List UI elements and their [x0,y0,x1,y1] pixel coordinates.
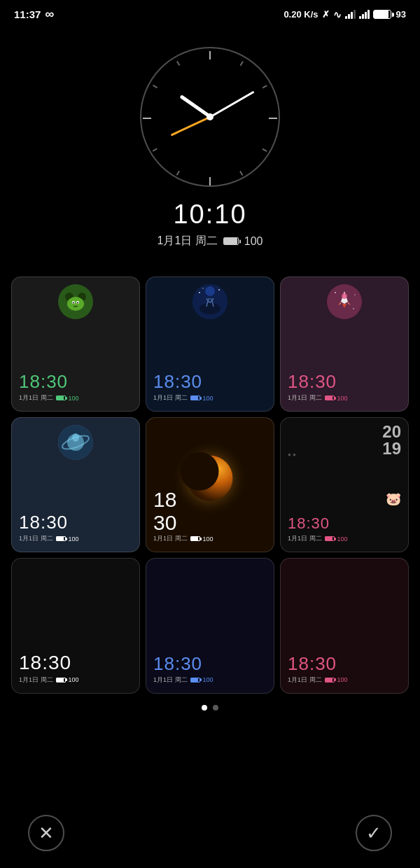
watch-face-card-1[interactable]: 18:30 1月1日 周二 100 [11,276,140,412]
card-7-battery-icon [56,678,66,682]
card-4-battery-icon [56,536,66,541]
watch-face-card-3[interactable]: 18:30 1月1日 周二 100 [280,276,409,412]
card-1-info: 1月1日 周二 100 [19,393,132,402]
clock-section: 10:10 1月1日 周二 100 [0,26,420,262]
page-dot-1[interactable] [202,705,207,710]
card-6-battery-icon [325,536,335,541]
card-8-info: 1月1日 周二 100 [153,676,267,685]
svg-point-18 [353,308,354,309]
ice-diamond-icon [58,425,93,460]
card-1-time: 18:30 [19,372,132,391]
watch-grid: 18:30 1月1日 周二 100 [11,276,409,694]
cancel-button[interactable]: ✕ [28,815,64,851]
card-8-time: 18:30 [153,654,267,673]
card-2-info: 1月1日 周二 100 [153,393,267,402]
card-2-battery-icon [190,396,200,400]
watch-face-card-6[interactable]: 20 19 🐷 ● ● 18:30 1月1日 周二 100 [280,417,409,552]
card-icon-4 [58,425,93,460]
date-battery-display: 1月1日 周二 100 [158,234,263,248]
watch-face-card-4[interactable]: 18:30 1月1日 周二 100 [11,417,140,552]
green-character-icon [58,284,93,319]
card-1-battery-icon [56,396,66,400]
svg-point-22 [72,433,79,442]
minute-hand [209,91,254,118]
svg-point-6 [73,302,74,304]
analog-clock [140,47,280,187]
watch-face-card-9[interactable]: 18:30 1月1日 周二 100 [280,558,409,693]
card-icon-2 [192,284,227,319]
battery-level: 93 [396,9,406,20]
watch-face-card-8[interactable]: 18:30 1月1日 周二 100 [146,558,274,693]
page-dot-2[interactable] [213,705,218,710]
second-hand [170,116,210,136]
svg-point-13 [202,288,204,289]
confirm-button[interactable]: ✓ [356,815,392,851]
svg-point-17 [354,294,356,295]
card-4-info: 1月1日 周二 100 [19,534,132,543]
page-dots [11,705,409,710]
clock-date: 1月1日 周二 [158,234,218,248]
card-2-time: 18:30 [153,372,267,391]
digital-time: 10:10 [173,200,246,230]
card-3-battery-icon [325,396,335,400]
year-display: 20 19 [382,424,401,457]
card-9-time: 18:30 [288,654,401,673]
watch-face-card-2[interactable]: 18:30 1月1日 周二 100 [146,276,274,412]
watch-face-card-7[interactable]: 18:30 1月1日 周二 100 [11,558,140,693]
pig-icon: 🐷 [386,491,401,507]
card-6-info: 1月1日 周二 100 [288,534,401,543]
svg-point-7 [77,302,78,304]
svg-point-3 [67,297,84,311]
card-6-time: 18:30 [288,516,401,531]
eclipse-graphic [188,456,233,501]
signal-bars-1 [345,10,356,19]
card-8-battery-icon [190,678,200,682]
card-icon-1 [58,284,93,319]
svg-point-16 [335,292,336,293]
infinity-icon: ∞ [45,7,54,22]
status-left: 11:37 ∞ [14,7,54,22]
status-time: 11:37 [14,8,41,20]
svg-point-15 [342,293,347,299]
card-9-battery-icon [325,678,335,682]
battery-icon [373,10,391,19]
card-4-time: 18:30 [19,513,132,531]
network-speed: 0.20 K/s [284,9,318,20]
card-5-battery-icon [190,536,200,541]
rocket-icon [327,284,362,319]
night-scene-icon [192,284,227,319]
card-3-time: 18:30 [288,372,401,391]
status-right: 0.20 K/s ✗ ∿ 93 [284,9,406,20]
bottom-bar: ✕ ✓ [0,805,420,868]
status-bar: 11:37 ∞ 0.20 K/s ✗ ∿ 93 [0,0,420,26]
svg-point-9 [205,286,215,296]
card-9-info: 1月1日 周二 100 [288,676,401,685]
svg-point-11 [199,292,200,293]
card-3-info: 1月1日 周二 100 [288,393,401,402]
clock-face [140,47,280,187]
signal-bars-2 [359,10,370,19]
clock-battery-level: 100 [244,235,263,248]
wifi-icon: ∿ [333,9,342,20]
watch-face-card-5[interactable]: 18 30 1月1日 周二 100 [146,417,274,552]
center-dot [206,113,214,120]
card-icon-3 [327,284,362,319]
watch-grid-section: 18:30 1月1日 周二 100 [0,276,420,710]
card-7-info: 1月1日 周二 100 [19,676,132,685]
svg-point-10 [200,303,220,314]
clock-battery-icon [223,237,239,245]
bluetooth-icon: ✗ [322,9,330,20]
card-7-time: 18:30 [19,653,132,673]
svg-point-12 [218,289,220,290]
card-5-info: 1月1日 周二 100 [153,534,267,543]
